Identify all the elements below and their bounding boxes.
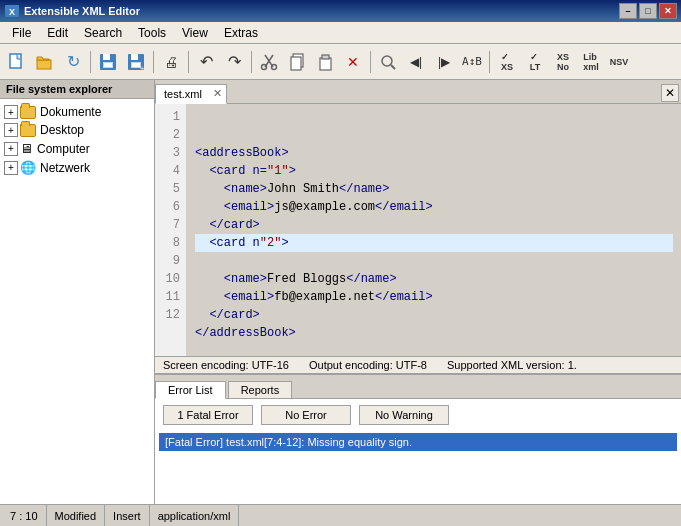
find-all-button[interactable]: A↕B [459, 49, 485, 75]
validate-btn[interactable]: ✓XS [494, 49, 520, 75]
svg-rect-19 [320, 58, 331, 70]
computer-icon: 🖥 [20, 141, 33, 156]
sidebar-item-dokumente[interactable]: + Dokumente [0, 103, 154, 121]
minimize-button[interactable]: – [619, 3, 637, 19]
line-4: <name>John Smith</name> [195, 182, 389, 196]
line-7: <card n"2"> [195, 234, 673, 252]
mid-area: File system explorer + Dokumente + Deskt… [0, 80, 681, 504]
tree-toggle-netzwerk[interactable]: + [4, 161, 18, 175]
close-editor-button[interactable]: ✕ [661, 84, 679, 102]
menu-file[interactable]: File [4, 24, 39, 42]
output-encoding: Output encoding: UTF-8 [309, 359, 427, 371]
line-10: </card> [195, 308, 260, 322]
svg-rect-9 [131, 54, 138, 60]
tab-error-list[interactable]: Error List [155, 381, 226, 399]
line-num-6: 6 [155, 198, 186, 216]
copy-button[interactable] [284, 49, 310, 75]
separator-6 [489, 51, 490, 73]
menu-extras[interactable]: Extras [216, 24, 266, 42]
separator-5 [370, 51, 371, 73]
editor-tab-test-xml[interactable]: test.xml ✕ [155, 84, 227, 104]
line-num-3: 3 [155, 144, 186, 162]
reload-button[interactable]: ↻ [60, 49, 86, 75]
status-content-type: application/xml [150, 505, 240, 526]
fatal-error-button[interactable]: 1 Fatal Error [163, 405, 253, 425]
sidebar-item-netzwerk[interactable]: + 🌐 Netzwerk [0, 158, 154, 177]
status-position: 7 : 10 [6, 505, 47, 526]
menu-view[interactable]: View [174, 24, 216, 42]
no-error-button[interactable]: No Error [261, 405, 351, 425]
sidebar-header: File system explorer [0, 80, 154, 99]
tab-reports[interactable]: Reports [228, 381, 293, 398]
line-num-12: 12 [155, 306, 186, 324]
line-3: <card n="1"> [195, 164, 296, 178]
separator-4 [251, 51, 252, 73]
undo-button[interactable]: ↶ [193, 49, 219, 75]
paste-button[interactable] [312, 49, 338, 75]
tree-toggle-desktop[interactable]: + [4, 123, 18, 137]
svg-line-22 [391, 65, 395, 69]
tab-label: test.xml [164, 88, 202, 100]
svg-rect-20 [322, 55, 329, 59]
svg-rect-3 [37, 60, 51, 69]
folder-icon-desktop [20, 124, 36, 137]
sidebar: File system explorer + Dokumente + Deskt… [0, 80, 155, 504]
code-editor[interactable]: 1 2 3 4 5 6 7 8 9 10 11 12 <addressBook>… [155, 104, 681, 356]
folder-icon-dokumente [20, 106, 36, 119]
error-list: [Fatal Error] test.xml[7:4-12]: Missing … [155, 431, 681, 504]
svg-text:X: X [9, 7, 15, 17]
window-title: Extensible XML Editor [24, 5, 619, 17]
open-button[interactable] [32, 49, 58, 75]
cut-button[interactable] [256, 49, 282, 75]
save-as-button[interactable]: + [123, 49, 149, 75]
error-row-0[interactable]: [Fatal Error] test.xml[7:4-12]: Missing … [159, 433, 677, 451]
code-content[interactable]: <addressBook> <card n="1"> <name>John Sm… [187, 104, 681, 356]
line-num-10: 10 [155, 270, 186, 288]
line-num-4: 4 [155, 162, 186, 180]
save-button[interactable] [95, 49, 121, 75]
validate-xml-btn[interactable]: ✓LT [522, 49, 548, 75]
close-button[interactable]: ✕ [659, 3, 677, 19]
line-num-1: 1 [155, 108, 186, 126]
tree-toggle-computer[interactable]: + [4, 142, 18, 156]
menu-search[interactable]: Search [76, 24, 130, 42]
line-5: <email>js@example.com</email> [195, 200, 433, 214]
sidebar-item-computer[interactable]: + 🖥 Computer [0, 139, 154, 158]
sidebar-label-dokumente: Dokumente [40, 105, 101, 119]
no-warning-button[interactable]: No Warning [359, 405, 449, 425]
separator-3 [188, 51, 189, 73]
window-controls: – □ ✕ [619, 3, 677, 19]
content-wrapper: File system explorer + Dokumente + Deskt… [0, 80, 681, 526]
line-8: <name>Fred Bloggs</name> [195, 272, 397, 286]
separator-1 [90, 51, 91, 73]
line-11: </addressBook> [195, 326, 296, 340]
menu-edit[interactable]: Edit [39, 24, 76, 42]
find-button[interactable] [375, 49, 401, 75]
new-button[interactable] [4, 49, 30, 75]
line-num-8: 8 [155, 234, 186, 252]
line-num-11: 11 [155, 288, 186, 306]
maximize-button[interactable]: □ [639, 3, 657, 19]
sidebar-item-desktop[interactable]: + Desktop [0, 121, 154, 139]
prev-search-button[interactable]: ◀| [403, 49, 429, 75]
bottom-tab-bar: Error List Reports [155, 375, 681, 399]
svg-rect-2 [10, 54, 21, 68]
svg-point-15 [262, 64, 267, 69]
tab-close-button[interactable]: ✕ [213, 87, 222, 100]
redo-button[interactable]: ↷ [221, 49, 247, 75]
schema-btn[interactable]: XSNo [550, 49, 576, 75]
next-search-button[interactable]: |▶ [431, 49, 457, 75]
print-button[interactable]: 🖨 [158, 49, 184, 75]
sidebar-label-computer: Computer [37, 142, 90, 156]
menu-tools[interactable]: Tools [130, 24, 174, 42]
encoding-bar: Screen encoding: UTF-16 Output encoding:… [155, 356, 681, 374]
sidebar-label-netzwerk: Netzwerk [40, 161, 90, 175]
nsv-btn[interactable]: NSV [606, 49, 632, 75]
line-9: <email>fb@example.net</email> [195, 290, 433, 304]
delete-button[interactable]: ✕ [340, 49, 366, 75]
status-bar: 7 : 10 Modified Insert application/xml [0, 504, 681, 526]
line-num-9: 9 [155, 252, 186, 270]
lib-btn[interactable]: Libxml [578, 49, 604, 75]
line-2: <addressBook> [195, 146, 289, 160]
tree-toggle-dokumente[interactable]: + [4, 105, 18, 119]
